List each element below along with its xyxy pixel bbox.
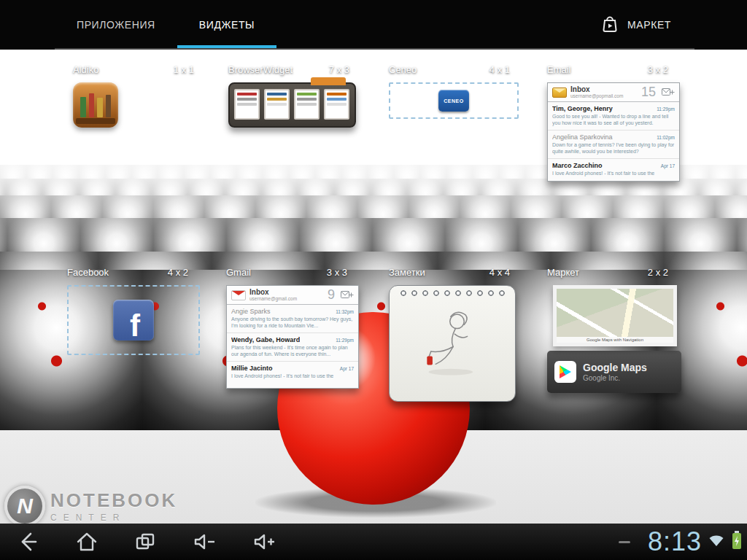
volume-up-button[interactable] bbox=[251, 529, 277, 554]
message-time: 11:29pm bbox=[657, 106, 675, 112]
message-snippet: Plans for this weekend - It's time once … bbox=[231, 344, 354, 357]
widget-name: BrowserWidget bbox=[228, 64, 293, 75]
widget-name: Facebook bbox=[67, 267, 109, 278]
widget-size: 1 x 1 bbox=[174, 64, 194, 75]
message-time: Apr 17 bbox=[340, 366, 354, 371]
message-snippet: I love Android phones! - It's not fair t… bbox=[552, 170, 675, 176]
message-snippet: I love Android phones! - It's not fair t… bbox=[231, 373, 354, 379]
map-caption: Google Maps with Navigation bbox=[557, 337, 673, 343]
message-time: 11:29pm bbox=[336, 338, 354, 343]
message-from: Wendy, Gabe, Howard bbox=[231, 336, 300, 343]
message-from: Marco Zacchino bbox=[552, 162, 603, 169]
tab-apps-label: ПРИЛОЖЕНИЯ bbox=[77, 19, 155, 31]
tab-apps[interactable]: ПРИЛОЖЕНИЯ bbox=[55, 0, 177, 50]
email-envelope-icon bbox=[552, 88, 567, 98]
system-bar: 8:13 bbox=[0, 524, 747, 560]
bookmark-thumbnail bbox=[324, 89, 349, 120]
suggested-app: Google Maps Google Inc. bbox=[583, 362, 647, 381]
browser-widget-preview[interactable] bbox=[228, 82, 356, 128]
girl-sketch bbox=[405, 302, 500, 382]
widget-name: Маркет bbox=[547, 267, 579, 278]
message-row: Marco ZacchinoApr 17 I love Android phon… bbox=[548, 158, 679, 180]
email-widget-preview[interactable]: Inbox username@popmail.com 15 Tim, Georg… bbox=[547, 82, 680, 182]
widget-cell-facebook: Facebook 4 x 2 f bbox=[67, 267, 201, 355]
account-address: username@popmail.com bbox=[570, 93, 623, 98]
notes-widget-preview[interactable] bbox=[389, 285, 516, 402]
widget-name: Email bbox=[547, 64, 571, 75]
facebook-app-icon: f bbox=[113, 300, 154, 341]
home-button[interactable] bbox=[74, 529, 99, 554]
widget-cell-email: Email 3 x 2 Inbox username@popmail.com 1… bbox=[547, 64, 681, 182]
watermark-line2: CENTER bbox=[50, 513, 177, 523]
compose-icon bbox=[341, 289, 354, 302]
widget-cell-aldiko: Aldiko 1 x 1 bbox=[73, 64, 207, 128]
tab-underline-track bbox=[55, 48, 694, 50]
watermark-logo: N bbox=[4, 486, 45, 526]
tab-widgets[interactable]: ВИДЖЕТЫ bbox=[177, 0, 276, 50]
app-title: Google Maps bbox=[583, 362, 647, 373]
widget-cell-ceneo: Ceneo 4 x 1 CENEO bbox=[389, 64, 523, 119]
compose-icon bbox=[662, 86, 675, 99]
message-snippet: Good to see you all! - Wanted to drop a … bbox=[552, 113, 675, 126]
watermark-line1: NOTEBOOK bbox=[50, 489, 177, 512]
widget-size: 7 x 3 bbox=[329, 64, 349, 75]
gmail-envelope-icon bbox=[231, 290, 246, 300]
message-snippet: Anyone driving to the south bay tomorrow… bbox=[231, 316, 354, 329]
message-snippet: Down for a game of tennis? I've been dyi… bbox=[552, 141, 675, 155]
widget-size: 4 x 2 bbox=[168, 267, 188, 278]
map-preview-image[interactable]: Google Maps with Navigation bbox=[553, 285, 677, 346]
message-from: Millie Jacinto bbox=[231, 365, 273, 372]
inbox-title: Inbox bbox=[570, 85, 623, 93]
gmail-widget-preview[interactable]: Inbox username@gmail.com 9 Angie Sparks1… bbox=[226, 285, 359, 389]
message-row: Angie Sparks11:32pm Anyone driving to th… bbox=[227, 305, 358, 332]
status-cluster[interactable]: 8:13 bbox=[619, 524, 743, 560]
widget-name: Gmail bbox=[226, 267, 251, 278]
market-bag-icon bbox=[600, 14, 620, 36]
top-bar: ПРИЛОЖЕНИЯ ВИДЖЕТЫ МАРКЕТ bbox=[0, 0, 747, 50]
hide-bar-icon bbox=[619, 541, 630, 543]
ceneo-widget-preview[interactable]: CENEO bbox=[389, 82, 519, 119]
tab-strip: ПРИЛОЖЕНИЯ ВИДЖЕТЫ bbox=[55, 0, 276, 50]
message-time: 11:32pm bbox=[336, 309, 354, 314]
inbox-title: Inbox bbox=[249, 288, 297, 296]
message-from: Tim, George, Henry bbox=[552, 105, 613, 112]
widget-cell-browser: BrowserWidget 7 x 3 bbox=[228, 64, 363, 128]
message-time: Apr 17 bbox=[661, 163, 675, 168]
bookmark-thumbnail bbox=[234, 89, 260, 120]
message-row: Wendy, Gabe, Howard11:29pm Plans for thi… bbox=[227, 332, 358, 361]
bookmark-thumbnail bbox=[294, 89, 320, 120]
recents-button[interactable] bbox=[133, 529, 158, 554]
gmail-header: Inbox username@gmail.com 9 bbox=[227, 286, 358, 305]
spiral-binding bbox=[400, 289, 505, 297]
market-label: МАРКЕТ bbox=[627, 19, 671, 31]
back-button[interactable] bbox=[16, 529, 41, 554]
widget-name: Ceneo bbox=[389, 64, 417, 75]
market-widget-preview[interactable]: Google Maps Google Inc. bbox=[547, 351, 681, 393]
message-row: Angelina Sparkovina11:02pm Down for a ga… bbox=[548, 130, 679, 158]
book-spine bbox=[97, 98, 103, 117]
widget-size: 3 x 3 bbox=[327, 267, 347, 278]
play-store-icon bbox=[554, 361, 576, 383]
widget-cell-market: Маркет 2 x 2 Google Maps with Navigation… bbox=[547, 267, 681, 393]
volume-down-button[interactable] bbox=[191, 529, 217, 554]
book-spine bbox=[106, 95, 112, 117]
message-row: Millie JacintoApr 17 I love Android phon… bbox=[227, 361, 358, 383]
widget-cell-gmail: Gmail 3 x 3 Inbox username@gmail.com 9 bbox=[226, 267, 360, 389]
watermark-text: NOTEBOOK CENTER bbox=[50, 489, 177, 523]
screen: N NOTEBOOK CENTER ПРИЛОЖЕНИЯ ВИДЖЕТЫ МАР… bbox=[0, 0, 747, 560]
widget-size: 4 x 4 bbox=[489, 267, 510, 278]
book-spine bbox=[80, 97, 86, 117]
tab-widgets-label: ВИДЖЕТЫ bbox=[199, 19, 255, 31]
ceneo-app-icon: CENEO bbox=[438, 90, 469, 112]
aldiko-widget-preview[interactable] bbox=[73, 82, 118, 128]
facebook-widget-preview[interactable]: f bbox=[67, 285, 200, 355]
wifi-icon bbox=[708, 533, 725, 551]
widget-size: 4 x 1 bbox=[489, 64, 510, 75]
message-time: 11:02pm bbox=[657, 135, 675, 140]
navigation-buttons bbox=[16, 524, 277, 560]
widget-size: 3 x 2 bbox=[648, 64, 668, 75]
app-developer: Google Inc. bbox=[583, 374, 647, 382]
bookmark-thumbnail bbox=[264, 89, 290, 120]
market-button[interactable]: МАРКЕТ bbox=[600, 0, 671, 50]
widget-name: Заметки bbox=[389, 267, 425, 278]
